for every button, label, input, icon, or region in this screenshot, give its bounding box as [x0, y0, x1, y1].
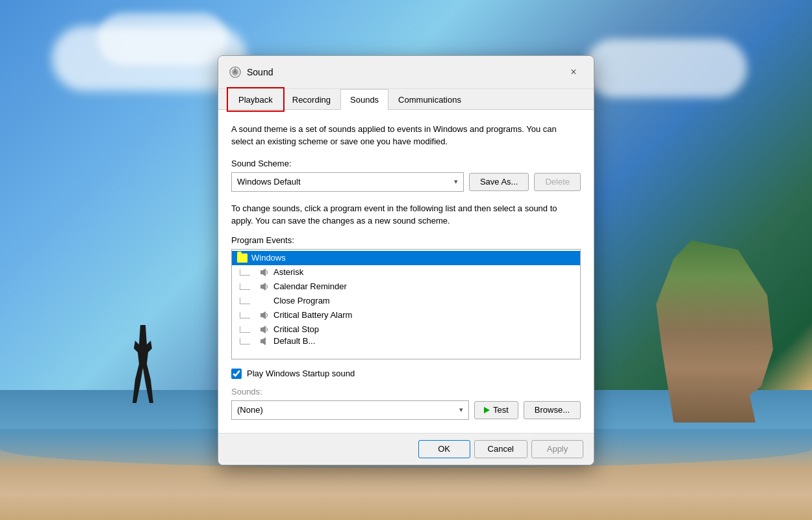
- browse-button[interactable]: Browse...: [524, 401, 581, 419]
- tree-line-icon: [240, 298, 250, 304]
- dropdown-arrow-icon: ▾: [454, 177, 458, 186]
- event-calendar-reminder[interactable]: Calendar Reminder: [232, 280, 580, 294]
- title-left: Sound: [229, 66, 273, 79]
- event-windows-category[interactable]: Windows: [232, 251, 580, 265]
- program-events-label: Program Events:: [231, 235, 581, 245]
- tree-line-icon: [240, 312, 250, 318]
- sound-event-icon: [259, 267, 270, 278]
- event-default-beep[interactable]: Default B...: [232, 337, 580, 346]
- sound-icon: [229, 66, 242, 79]
- folder-icon: [237, 253, 247, 263]
- dialog-overlay: Sound × Playback Recording Sounds Commun…: [0, 0, 812, 520]
- sounds-row: (None) ▾ Test Browse...: [231, 400, 581, 420]
- sound-scheme-label: Sound Scheme:: [231, 159, 581, 168]
- tab-communications[interactable]: Communications: [388, 89, 471, 110]
- play-startup-label[interactable]: Play Windows Startup sound: [247, 369, 355, 378]
- no-sound-icon: [259, 296, 270, 306]
- tab-playback[interactable]: Playback: [229, 89, 283, 110]
- tree-line-icon: [240, 326, 250, 333]
- sound-dialog: Sound × Playback Recording Sounds Commun…: [218, 55, 594, 465]
- play-startup-row: Play Windows Startup sound: [231, 369, 581, 379]
- tree-indent: [237, 326, 255, 333]
- save-as-button[interactable]: Save As...: [469, 173, 529, 191]
- svg-marker-8: [262, 311, 266, 319]
- svg-marker-12: [262, 337, 266, 345]
- close-button[interactable]: ×: [564, 62, 583, 82]
- sound-event-icon: [259, 337, 270, 346]
- event-close-program[interactable]: Close Program: [232, 294, 580, 308]
- sound-event-icon: [259, 324, 270, 335]
- svg-rect-7: [260, 313, 262, 317]
- sound-event-icon: [259, 281, 270, 292]
- play-startup-checkbox[interactable]: [231, 369, 242, 379]
- sounds-dropdown[interactable]: (None) ▾: [231, 400, 469, 420]
- tab-recording[interactable]: Recording: [283, 89, 340, 110]
- event-asterisk[interactable]: Asterisk: [232, 265, 580, 280]
- description-text: A sound theme is a set of sounds applied…: [231, 123, 581, 148]
- svg-marker-4: [262, 268, 266, 276]
- test-button[interactable]: Test: [474, 401, 518, 419]
- sound-event-icon: [259, 310, 270, 320]
- play-icon: [484, 407, 490, 413]
- event-critical-stop[interactable]: Critical Stop: [232, 322, 580, 337]
- program-events-list[interactable]: Windows: [231, 249, 581, 359]
- tree-indent: [237, 298, 255, 304]
- sound-scheme-dropdown[interactable]: Windows Default ▾: [231, 172, 464, 192]
- tree-indent: [237, 283, 255, 290]
- svg-rect-11: [260, 339, 262, 343]
- tab-sounds[interactable]: Sounds: [340, 89, 388, 110]
- svg-marker-6: [262, 283, 266, 291]
- svg-rect-5: [260, 285, 262, 289]
- event-critical-battery-alarm[interactable]: Critical Battery Alarm: [232, 308, 580, 322]
- dialog-title: Sound: [247, 67, 273, 77]
- tree-indent: [237, 312, 255, 318]
- events-list-inner: Windows: [232, 250, 580, 347]
- sounds-dropdown-arrow-icon: ▾: [459, 406, 463, 414]
- title-bar: Sound ×: [218, 56, 594, 89]
- tab-bar: Playback Recording Sounds Communications: [218, 89, 594, 110]
- apply-button[interactable]: Apply: [531, 440, 583, 458]
- svg-rect-9: [260, 328, 262, 332]
- scheme-row: Windows Default ▾ Save As... Delete: [231, 172, 581, 192]
- svg-rect-3: [260, 270, 262, 274]
- sounds-field-label: Sounds:: [231, 387, 581, 396]
- tree-line-icon: [240, 269, 250, 276]
- tree-line-icon: [240, 283, 250, 290]
- sounds-section: Sounds: (None) ▾ Test Browse...: [231, 387, 581, 420]
- ok-button[interactable]: OK: [418, 440, 470, 458]
- delete-button[interactable]: Delete: [534, 173, 581, 191]
- tree-indent: [237, 338, 255, 344]
- dialog-content: A sound theme is a set of sounds applied…: [218, 110, 594, 433]
- tree-line-icon: [240, 338, 250, 344]
- cancel-button[interactable]: Cancel: [474, 440, 527, 458]
- dialog-footer: OK Cancel Apply: [218, 433, 594, 465]
- instruction-text: To change sounds, click a program event …: [231, 202, 581, 228]
- svg-marker-10: [262, 326, 266, 333]
- tree-indent: [237, 269, 255, 276]
